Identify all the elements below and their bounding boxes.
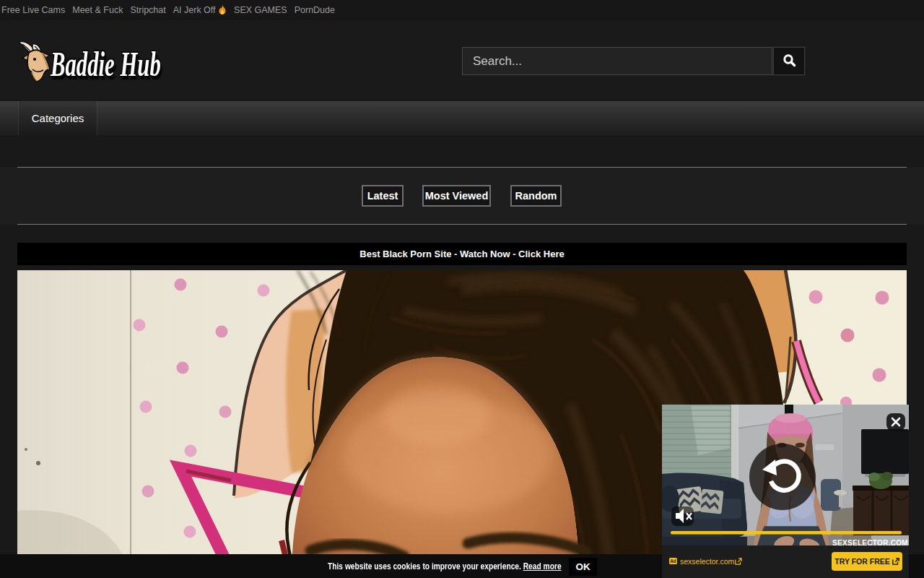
svg-text:SEXSELECTOR.COM: SEXSELECTOR.COM xyxy=(832,539,908,545)
